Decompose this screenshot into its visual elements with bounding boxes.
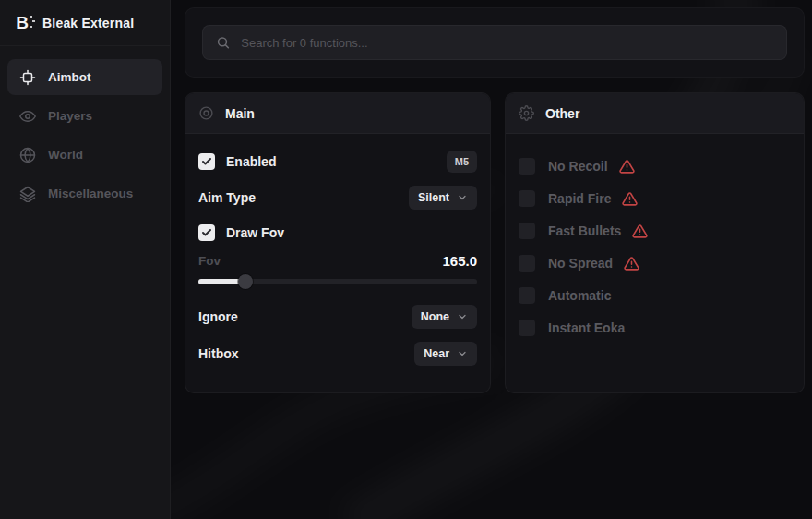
app-header: B Bleak External bbox=[0, 0, 170, 46]
warning-triangle-icon bbox=[632, 223, 648, 239]
panel-main: Main Enabled M5 Aim Type bbox=[185, 92, 491, 393]
instant-eoka-checkbox[interactable] bbox=[519, 320, 535, 336]
instant-eoka-row[interactable]: Instant Eoka bbox=[519, 318, 791, 338]
automatic-row[interactable]: Automatic bbox=[519, 285, 791, 306]
enabled-label: Enabled bbox=[226, 154, 276, 169]
fov-value: 165.0 bbox=[442, 253, 477, 269]
rapid-fire-row[interactable]: Rapid Fire bbox=[519, 188, 791, 209]
automatic-checkbox[interactable] bbox=[519, 287, 535, 304]
search-icon bbox=[216, 35, 230, 50]
fast-bullets-label: Fast Bullets bbox=[548, 223, 621, 238]
warning-triangle-icon bbox=[622, 191, 638, 207]
hitbox-label: Hitbox bbox=[198, 346, 239, 361]
sidebar-nav: Aimbot Players World Miscellaneous bbox=[0, 46, 170, 224]
hitbox-row: Hitbox Near bbox=[198, 342, 477, 366]
sidebar-item-world[interactable]: World bbox=[7, 137, 162, 173]
no-spread-row[interactable]: No Spread bbox=[519, 253, 791, 273]
panel-title: Main bbox=[225, 106, 255, 121]
draw-fov-label: Draw Fov bbox=[226, 225, 284, 240]
enabled-row: Enabled M5 bbox=[198, 151, 477, 173]
no-recoil-label: No Recoil bbox=[548, 159, 608, 174]
aim-type-row: Aim Type Silent bbox=[198, 186, 477, 210]
fast-bullets-checkbox[interactable] bbox=[519, 223, 535, 239]
no-spread-checkbox[interactable] bbox=[519, 255, 535, 272]
fov-row: Fov 165.0 bbox=[198, 253, 477, 269]
no-recoil-row[interactable]: No Recoil bbox=[519, 156, 791, 176]
chevron-down-icon bbox=[457, 311, 468, 322]
app-logo-icon: B bbox=[12, 13, 32, 33]
logo-glitch-pixels bbox=[30, 15, 35, 30]
automatic-label: Automatic bbox=[548, 288, 611, 303]
sidebar: B Bleak External Aimbot Players World bbox=[0, 0, 171, 519]
rapid-fire-checkbox[interactable] bbox=[519, 190, 535, 207]
search-section bbox=[185, 7, 805, 78]
panel-other-header: Other bbox=[506, 93, 804, 134]
globe-icon bbox=[19, 147, 36, 163]
enabled-toggle[interactable]: Enabled bbox=[198, 153, 276, 170]
search-box[interactable] bbox=[202, 25, 787, 60]
eye-icon bbox=[19, 108, 36, 125]
sidebar-item-miscellaneous[interactable]: Miscellaneous bbox=[7, 175, 162, 211]
hitbox-dropdown[interactable]: Near bbox=[414, 342, 477, 366]
ignore-dropdown[interactable]: None bbox=[412, 305, 477, 329]
app-title: Bleak External bbox=[42, 16, 134, 30]
sidebar-item-label: Miscellaneous bbox=[48, 187, 133, 200]
search-input[interactable] bbox=[241, 36, 773, 50]
logo-letter: B bbox=[16, 14, 29, 31]
sidebar-item-label: Aimbot bbox=[48, 70, 91, 84]
aim-type-dropdown[interactable]: Silent bbox=[409, 186, 477, 210]
crosshair-icon bbox=[19, 69, 36, 86]
fov-slider-handle[interactable] bbox=[238, 274, 253, 289]
aim-type-label: Aim Type bbox=[198, 190, 256, 205]
panel-title: Other bbox=[545, 106, 579, 121]
fast-bullets-row[interactable]: Fast Bullets bbox=[519, 221, 791, 241]
keybind-badge[interactable]: M5 bbox=[447, 151, 477, 173]
warning-triangle-icon bbox=[624, 256, 639, 272]
no-spread-label: No Spread bbox=[548, 256, 613, 271]
hitbox-value: Near bbox=[424, 347, 449, 360]
no-recoil-checkbox[interactable] bbox=[519, 158, 535, 175]
panel-other-body: No Recoil Rapid Fire bbox=[506, 134, 804, 360]
panel-main-body: Enabled M5 Aim Type Silent bbox=[185, 134, 490, 389]
rapid-fire-label: Rapid Fire bbox=[548, 191, 611, 206]
enabled-checkbox[interactable] bbox=[198, 153, 215, 170]
draw-fov-row[interactable]: Draw Fov bbox=[198, 224, 477, 241]
check-icon bbox=[201, 227, 212, 238]
draw-fov-checkbox[interactable] bbox=[198, 224, 215, 241]
sidebar-item-label: World bbox=[48, 148, 83, 162]
sidebar-item-label: Players bbox=[48, 109, 92, 123]
ignore-row: Ignore None bbox=[198, 305, 477, 329]
fov-label: Fov bbox=[198, 254, 221, 268]
ignore-value: None bbox=[421, 310, 449, 323]
layers-icon bbox=[19, 186, 36, 202]
main-content: Main Enabled M5 Aim Type bbox=[171, 0, 812, 519]
chevron-down-icon bbox=[457, 348, 468, 359]
instant-eoka-label: Instant Eoka bbox=[548, 320, 625, 335]
warning-triangle-icon bbox=[619, 159, 635, 175]
check-icon bbox=[201, 156, 212, 167]
target-icon bbox=[198, 105, 214, 121]
sidebar-item-aimbot[interactable]: Aimbot bbox=[7, 59, 162, 95]
panel-main-header: Main bbox=[185, 93, 490, 134]
panels-row: Main Enabled M5 Aim Type bbox=[185, 92, 805, 393]
aim-type-value: Silent bbox=[418, 191, 449, 204]
sidebar-item-players[interactable]: Players bbox=[7, 98, 162, 134]
gear-icon bbox=[519, 105, 534, 121]
fov-slider[interactable] bbox=[198, 274, 477, 289]
panel-other: Other No Recoil Rapid Fire bbox=[505, 92, 805, 393]
ignore-label: Ignore bbox=[198, 309, 238, 324]
chevron-down-icon bbox=[457, 192, 468, 203]
